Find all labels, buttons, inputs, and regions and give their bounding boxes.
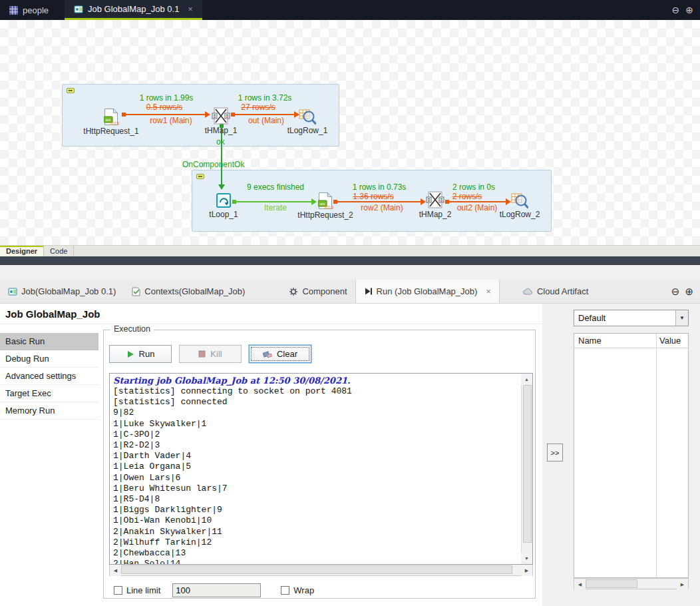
clear-button-label: Clear [277,349,297,359]
link-rate-label: 1.36 rows/s [353,192,393,201]
kill-button[interactable]: Kill [179,345,242,363]
component-label: tHttpRequest_1 [83,127,138,136]
tab-code[interactable]: Code [44,246,74,256]
scroll-left-icon[interactable]: ◀ [574,579,586,590]
line-limit-label: Line limit [126,585,160,595]
console-line: 1|Biggs Darklighter|9 [113,505,518,515]
component-tlogrow-2[interactable]: tLogRow_2 [486,192,553,219]
console-line: 1|R5-D4|8 [113,494,518,505]
tab-people[interactable]: people [0,0,58,20]
minimize-icon[interactable]: ⊖ [672,5,680,15]
wrap-checkbox[interactable] [281,586,289,595]
run-title-bar: Job GlobalMap_Job [0,304,542,324]
expand-context-button[interactable]: >> [547,444,563,461]
console-line: [statistics] connected [113,397,518,408]
console-output[interactable]: Starting job GlobalMap_Job at 12:50 30/0… [109,373,533,565]
job-design-canvas[interactable]: 1 rows in 1.99s 0.5 rows/s row1 (Main) 1… [0,20,700,245]
scrollbar-thumb[interactable] [586,579,637,588]
console-line: 2|Chewbacca|13 [113,548,518,559]
tab-label: Contexts(GlobalMap_Job) [144,286,245,296]
sidebar-item-basic-run[interactable]: Basic Run [0,333,98,350]
maximize-icon[interactable]: ⊕ [685,5,693,15]
console-horizontal-scrollbar[interactable]: ◀ ▶ [109,565,533,576]
scrollbar-thumb[interactable] [121,565,512,574]
job-icon [74,5,83,14]
sidebar-item-advanced-settings[interactable]: Advanced settings [0,368,98,385]
component-thttprequest-2[interactable]: ws2015 tHttpRequest_2 [292,192,359,220]
sidebar-item-memory-run[interactable]: Memory Run [0,402,98,420]
tab-label: Job(GlobalMap_Job 0.1) [21,286,116,296]
console-line: 1|R2-D2|3 [113,440,518,451]
stop-icon [198,350,206,358]
chevron-down-icon[interactable]: ▼ [675,310,688,326]
component-thmap-2[interactable]: tHMap_2 [402,190,468,219]
context-select[interactable]: Default ▼ [574,310,689,326]
svg-text:2015: 2015 [323,205,333,210]
context-horizontal-scrollbar[interactable]: ◀ ▶ [574,578,689,589]
line-limit-input[interactable] [172,583,261,597]
job-icon [8,287,17,296]
tab-run-view[interactable]: Run (Job GlobalMap_Job) × [355,280,500,303]
component-label: tLogRow_2 [500,210,540,219]
component-thttprequest-1[interactable]: ws2015 tHttpRequest_1 [78,108,144,136]
tab-contexts-view[interactable]: Contexts(GlobalMap_Job) [124,280,253,303]
cloud-icon [522,288,533,296]
splitter-bar [0,256,700,265]
console-lines: [statistics] connecting to socket on por… [113,386,518,564]
component-tlogrow-1[interactable]: tLogRow_1 [274,108,341,135]
component-thmap-1[interactable]: tHMap_1 [188,107,254,135]
scroll-left-icon[interactable]: ◀ [110,565,121,576]
tab-label: Run (Job GlobalMap_Job) [377,286,478,296]
column-header-name[interactable]: Name [578,336,602,346]
tab-designer[interactable]: Designer [0,246,44,256]
maximize-icon[interactable]: ⊕ [685,286,693,298]
run-button-label: Run [139,349,155,359]
scroll-right-icon[interactable]: ▶ [521,565,532,576]
scroll-up-icon[interactable]: ▲ [521,374,532,385]
tab-job-globalmap[interactable]: Job GlobalMap_Job 0.1 × [65,0,202,20]
thttprequest-icon: ws2015 [104,108,119,126]
scrollbar-thumb[interactable] [523,385,532,543]
trigger-name-label: OnComponentOk [182,160,244,169]
console-text: Starting job GlobalMap_Job at 12:50 30/0… [113,376,518,564]
console-line: 1|Luke Skywalker|1 [113,419,518,430]
link-stats-label: 1 rows in 0.73s [353,182,407,192]
editor-tab-bar: people Job GlobalMap_Job 0.1 × ⊖ ⊕ [0,0,700,20]
run-button[interactable]: Run [109,345,172,363]
sidebar-item-debug-run[interactable]: Debug Run [0,350,98,368]
line-limit-checkbox[interactable] [114,586,122,595]
execution-group: Execution Run Kill Clear Starting job Gl… [103,330,536,599]
close-icon[interactable]: × [486,286,491,296]
page-title: Job GlobalMap_Job [5,308,100,320]
tloop-icon [215,192,232,209]
talend-studio-window: people Job GlobalMap_Job 0.1 × ⊖ ⊕ 1 row… [0,0,700,606]
minimize-icon[interactable]: ⊖ [671,286,680,298]
scroll-down-icon[interactable]: ▼ [521,553,532,564]
component-label: tLoop_1 [209,210,238,219]
link-stats-label: 9 execs finished [247,182,304,192]
play-icon [126,350,134,358]
console-line: 1|Owen Lars|6 [113,473,518,483]
tlogrow-icon [299,108,316,125]
console-line: [statistics] connecting to socket on por… [113,386,518,397]
clear-button[interactable]: Clear [249,345,311,363]
subjob-collapse-icon[interactable] [196,174,204,179]
tab-job-view[interactable]: Job(GlobalMap_Job 0.1) [0,280,124,303]
tab-label: Job GlobalMap_Job 0.1 [88,4,179,14]
console-vertical-scrollbar[interactable]: ▲ ▼ [521,374,532,564]
console-line: 1|Beru Whitesun lars|7 [113,483,518,494]
sidebar-item-target-exec[interactable]: Target Exec [0,385,98,402]
subjob-collapse-icon[interactable] [67,88,75,93]
console-header-line: Starting job GlobalMap_Job at 12:50 30/0… [113,376,518,386]
close-icon[interactable]: × [188,4,193,14]
column-divider[interactable] [656,334,657,577]
execution-legend: Execution [110,324,154,334]
component-tloop-1[interactable]: tLoop_1 [190,192,257,219]
tab-component-view[interactable]: Component [281,280,355,303]
console-line: 1|Leia Organa|5 [113,461,518,472]
column-header-value[interactable]: Value [659,336,681,346]
tab-label: Component [302,286,347,296]
scroll-right-icon[interactable]: ▶ [677,579,688,590]
tab-cloud-artifact[interactable]: Cloud Artifact [514,280,596,303]
arrowhead-icon [218,184,225,190]
